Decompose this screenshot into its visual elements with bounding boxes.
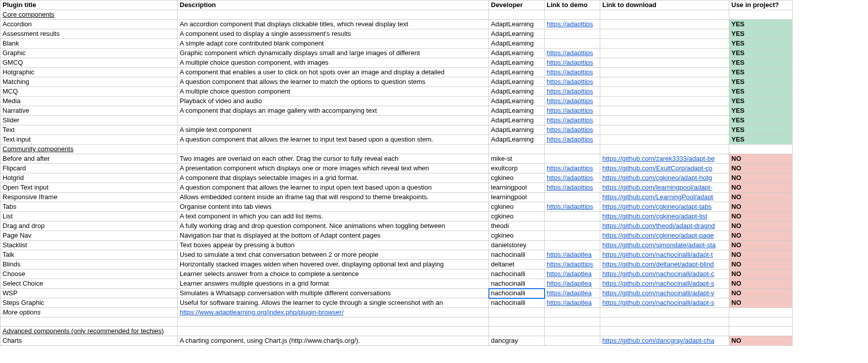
cell-developer[interactable]: AdaptLearning xyxy=(489,135,545,145)
cell-title[interactable]: Hotgraphic xyxy=(1,68,178,77)
link[interactable]: https://adapttips xyxy=(547,78,593,85)
cell-download[interactable]: https://github.com/nachocinalli/adapt-t xyxy=(600,250,729,260)
cell[interactable] xyxy=(489,327,545,336)
link[interactable]: https://github.com/nachocinalli/adapt-t xyxy=(602,251,713,258)
cell-developer[interactable]: cgkineo xyxy=(489,173,545,183)
cell-demo[interactable]: https://adapttips xyxy=(545,58,600,68)
cell-title[interactable]: Narrative xyxy=(1,106,178,116)
cell-developer[interactable]: AdaptLearning xyxy=(489,106,545,116)
cell[interactable] xyxy=(600,308,729,317)
cell-use[interactable]: YES xyxy=(729,135,793,145)
cell-download[interactable] xyxy=(600,77,729,87)
cell-demo[interactable]: https://adaptlea xyxy=(545,289,600,298)
cell-developer[interactable]: dancgray xyxy=(489,336,545,346)
cell-demo[interactable]: https://adapttips xyxy=(545,135,600,145)
cell-demo[interactable] xyxy=(545,221,600,231)
cell-demo[interactable]: https://adapttips xyxy=(545,173,600,183)
cell-developer[interactable]: AdaptLearning xyxy=(489,125,545,135)
cell-developer[interactable]: nachocinalli xyxy=(489,250,545,260)
cell-title[interactable]: Charts xyxy=(1,336,178,346)
cell-demo[interactable]: https://adaptlea xyxy=(545,269,600,279)
cell[interactable] xyxy=(489,145,545,154)
cell-description[interactable]: Allows embedded content inside an iframe… xyxy=(178,193,489,202)
cell-demo[interactable]: https://adaptlea xyxy=(545,279,600,289)
cell-use[interactable]: YES xyxy=(729,20,793,29)
cell-description[interactable]: A simple adapt core contributed blank co… xyxy=(178,39,489,49)
cell-demo[interactable]: https://adaptlea xyxy=(545,298,600,308)
cell-developer[interactable]: AdaptLearning xyxy=(489,77,545,87)
cell-download[interactable] xyxy=(600,68,729,77)
cell-download[interactable] xyxy=(600,49,729,58)
link[interactable]: https://adapttips xyxy=(547,260,593,268)
cell-description[interactable]: Navigation bar that is displayed at the … xyxy=(178,231,489,241)
link[interactable]: https://github.com/simondate/adapt-sta xyxy=(602,241,716,249)
cell-developer[interactable]: cgkineo xyxy=(489,212,545,221)
cell-title[interactable]: Before and after xyxy=(1,154,178,164)
cell-developer[interactable]: learningpool xyxy=(489,183,545,193)
cell-demo[interactable]: https://adapttips xyxy=(545,49,600,58)
cell-use[interactable]: NO xyxy=(729,221,793,231)
cell-title[interactable]: Page Nav xyxy=(1,231,178,241)
cell-download[interactable]: https://github.com/LearningPool/adapt xyxy=(600,193,729,202)
cell-description[interactable]: A component that displays an image galle… xyxy=(178,106,489,116)
cell[interactable] xyxy=(489,10,545,20)
cell-demo[interactable] xyxy=(545,29,600,39)
cell-developer[interactable]: AdaptLearning xyxy=(489,49,545,58)
cell-demo[interactable]: https://adapttips xyxy=(545,87,600,97)
cell-developer[interactable]: AdaptLearning xyxy=(489,20,545,29)
cell-description[interactable]: Text boxes appear by pressing a button xyxy=(178,241,489,250)
cell-developer[interactable]: AdaptLearning xyxy=(489,68,545,77)
cell-use[interactable]: NO xyxy=(729,336,793,346)
link[interactable]: https://github.com/cgkineo/adapt-tabs xyxy=(602,203,712,210)
cell-use[interactable]: YES xyxy=(729,97,793,106)
cell-title[interactable]: Talk xyxy=(1,250,178,260)
cell-description[interactable]: Playback of video and audio xyxy=(178,97,489,106)
cell-download[interactable]: https://github.com/cgkineo/adapt-list xyxy=(600,212,729,221)
cell-description[interactable]: Learner selects answer from a choice to … xyxy=(178,269,489,279)
cell-developer[interactable]: danielstorey xyxy=(489,241,545,250)
cell-description[interactable]: A question component that allows the lea… xyxy=(178,183,489,193)
cell-description[interactable]: A text component in which you can add li… xyxy=(178,212,489,221)
header-download[interactable]: Link to download xyxy=(600,1,729,10)
cell[interactable] xyxy=(178,145,489,154)
cell-download[interactable]: https://github.com/nachocinalli/adapt-s xyxy=(600,279,729,289)
link[interactable]: https://adaptlea xyxy=(547,289,592,297)
link[interactable]: https://github.com/nachocinalli/adapt-s xyxy=(602,280,714,287)
more-options-label[interactable]: More options xyxy=(1,308,178,317)
cell-use[interactable]: NO xyxy=(729,269,793,279)
cell-use[interactable]: YES xyxy=(729,77,793,87)
cell-description[interactable]: A fully working drag and drop question c… xyxy=(178,221,489,231)
link[interactable]: https://github.com/deltanet/adapt-blind xyxy=(602,260,714,268)
cell[interactable] xyxy=(729,308,793,317)
cell-demo[interactable] xyxy=(545,154,600,164)
cell-developer[interactable]: learningpool xyxy=(489,193,545,202)
cell-title[interactable]: GMCQ xyxy=(1,58,178,68)
cell-developer[interactable]: nachocinalli xyxy=(489,298,545,308)
link[interactable]: https://github.com/LearningPool/adapt xyxy=(602,193,713,201)
section-heading[interactable]: Advanced components (only recommended fo… xyxy=(1,327,178,336)
cell-demo[interactable]: https://adapttips xyxy=(545,20,600,29)
cell-demo[interactable] xyxy=(545,212,600,221)
cell-description[interactable]: Simulates a Whatsapp conversation with m… xyxy=(178,289,489,298)
link[interactable]: https://github.com/cgkineo/adapt-hotg xyxy=(602,174,712,182)
cell-title[interactable]: Flipcard xyxy=(1,164,178,173)
link[interactable]: https://github.com/dancgray/adapt-cha xyxy=(602,337,714,344)
cell-demo[interactable]: https://adapttips xyxy=(545,116,600,125)
link[interactable]: https://github.com/ExultCorp/adapt-co xyxy=(602,164,713,172)
cell-download[interactable]: https://github.com/cgkineo/adapt-page xyxy=(600,231,729,241)
cell-title[interactable]: Slider xyxy=(1,116,178,125)
cell-demo[interactable]: https://adapttips xyxy=(545,106,600,116)
cell-use[interactable]: NO xyxy=(729,250,793,260)
cell-title[interactable]: Select Choice xyxy=(1,279,178,289)
cell-download[interactable]: https://github.com/nachocinalli/adapt-v xyxy=(600,289,729,298)
cell-description[interactable]: Learner answers multiple questions in a … xyxy=(178,279,489,289)
cell-description[interactable]: Two images are overlaid on each other. D… xyxy=(178,154,489,164)
link[interactable]: https://adaptlea xyxy=(547,251,592,258)
cell-use[interactable]: YES xyxy=(729,68,793,77)
cell[interactable] xyxy=(545,10,600,20)
cell-description[interactable]: A component that enables a user to click… xyxy=(178,68,489,77)
cell-download[interactable] xyxy=(600,135,729,145)
cell-download[interactable] xyxy=(600,116,729,125)
cell-download[interactable]: https://github.com/ExultCorp/adapt-co xyxy=(600,164,729,173)
cell-description[interactable]: Organise content into tab views xyxy=(178,202,489,212)
